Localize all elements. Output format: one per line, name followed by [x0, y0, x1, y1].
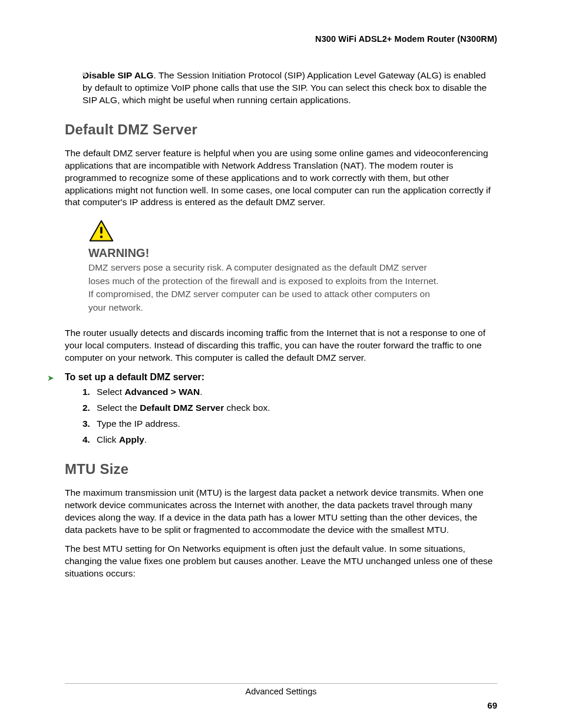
step-4-before: Click [97, 434, 119, 444]
dmz-para-1: The default DMZ server feature is helpfu… [65, 147, 497, 209]
heading-default-dmz-server: Default DMZ Server [65, 121, 497, 138]
bullet-dot-icon [82, 73, 86, 76]
step-number: 4. [82, 434, 97, 446]
step-1-bold: Advanced > WAN [124, 387, 200, 397]
step-3-text: Type the IP address. [97, 419, 180, 429]
mtu-para-1: The maximum transmission unit (MTU) is t… [65, 487, 497, 536]
mtu-para-2: The best MTU setting for On Networks equ… [65, 543, 497, 579]
step-1-after: . [200, 387, 202, 397]
footer-page-number: 69 [487, 700, 497, 710]
dmz-para-2: The router usually detects and discards … [65, 327, 497, 364]
warning-icon [88, 219, 497, 243]
svg-point-1 [100, 236, 103, 238]
running-header: N300 WiFi ADSL2+ Modem Router (N300RM) [65, 34, 497, 44]
step-2-after: check box. [224, 403, 270, 413]
step-4: 4.Click Apply. [82, 434, 497, 446]
step-number: 2. [82, 402, 97, 414]
warning-block: WARNING! DMZ servers pose a security ris… [88, 219, 497, 314]
warning-body: DMZ servers pose a security risk. A comp… [88, 261, 442, 314]
procedure-header: ➤ To set up a default DMZ server: [65, 372, 497, 383]
step-2-bold: Default DMZ Server [140, 403, 224, 413]
footer-rule [65, 683, 497, 684]
warning-title: WARNING! [88, 246, 497, 260]
step-1: 1.Select Advanced > WAN. [82, 386, 497, 398]
step-4-after: . [144, 434, 147, 444]
arrow-icon: ➤ [47, 373, 54, 383]
bullet-label: Disable SIP ALG [82, 70, 154, 80]
step-2: 2.Select the Default DMZ Server check bo… [82, 402, 497, 414]
page-container: N300 WiFi ADSL2+ Modem Router (N300RM) D… [0, 0, 562, 728]
step-2-before: Select the [97, 403, 140, 413]
footer-chapter: Advanced Settings [0, 687, 562, 696]
procedure-steps: 1.Select Advanced > WAN. 2.Select the De… [82, 386, 497, 446]
svg-rect-0 [100, 227, 103, 234]
step-3: 3.Type the IP address. [82, 418, 497, 430]
procedure-title: To set up a default DMZ server: [65, 372, 204, 382]
step-1-before: Select [97, 387, 124, 397]
step-number: 3. [82, 418, 97, 430]
heading-mtu-size: MTU Size [65, 461, 497, 477]
bullet-item-disable-sip-alg: Disable SIP ALG. The Session Initiation … [82, 70, 497, 106]
step-4-bold: Apply [119, 434, 144, 444]
step-number: 1. [82, 386, 97, 398]
